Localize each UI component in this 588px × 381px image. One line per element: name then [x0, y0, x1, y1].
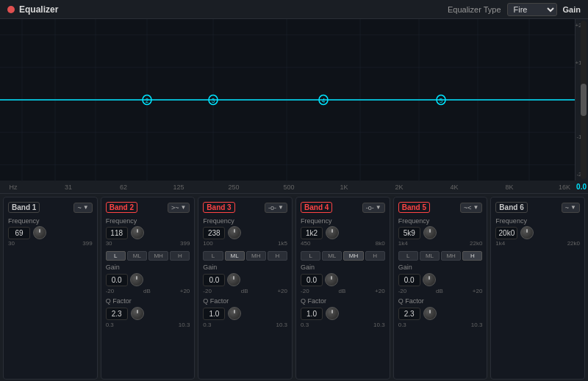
band-chevron-3: ▼: [278, 204, 284, 211]
freq-max-3: 1k5: [278, 240, 287, 247]
band-name-2[interactable]: Band 2: [106, 202, 137, 213]
eq-type-select[interactable]: Fire Classic Modern: [507, 3, 557, 16]
freq-31: 31: [61, 184, 76, 191]
freq-knob-5[interactable]: [423, 226, 437, 239]
qfactor-range-3: 0.3 10.3: [203, 322, 287, 328]
db-labels-5: -20 dB +20: [398, 288, 483, 294]
gain-section-4: Gain 0.0 -20 dB +20: [301, 264, 385, 294]
gain-value-5[interactable]: 0.0: [398, 274, 420, 286]
band-name-4[interactable]: Band 4: [301, 202, 332, 213]
qfactor-knob-4[interactable]: [326, 307, 339, 320]
qfactor-value-2[interactable]: 2.3: [106, 308, 128, 320]
mode-buttons-2: LMLMHH: [106, 251, 190, 261]
gain-label: Gain: [563, 5, 581, 14]
qfactor-knob-5[interactable]: [423, 307, 437, 320]
gain-value-3[interactable]: 0.0: [203, 274, 225, 286]
freq-62: 62: [116, 184, 131, 191]
mode-btn-H-2[interactable]: H: [170, 251, 190, 261]
band-name-6[interactable]: Band 6: [495, 202, 527, 213]
mode-btn-ML-2[interactable]: ML: [127, 251, 147, 261]
gain-knob-5[interactable]: [423, 273, 436, 286]
freq-8k: 8K: [502, 184, 517, 191]
freq-value-2[interactable]: 118: [106, 227, 128, 239]
mode-btn-H-3[interactable]: H: [268, 251, 287, 261]
band-type-btn-1[interactable]: ~ ▼: [74, 203, 92, 213]
db-min-2: -20: [106, 288, 115, 294]
mode-btn-MH-3[interactable]: MH: [246, 251, 266, 261]
mode-btn-L-2[interactable]: L: [106, 251, 126, 261]
freq-value-1[interactable]: 69: [8, 227, 30, 239]
eq-display: 2 3 4 5 +20 +10 0 -10 -20: [0, 19, 588, 181]
power-indicator[interactable]: [7, 6, 15, 13]
band-type-btn-3[interactable]: -o- ▼: [265, 203, 287, 213]
header-right: Equalizer Type Fire Classic Modern Gain: [448, 3, 581, 16]
gain-value-2[interactable]: 0.0: [106, 274, 128, 286]
freq-label-3: Frequency: [203, 217, 287, 225]
eq-type-label: Equalizer Type: [448, 5, 501, 14]
band-panel-4: Band 4 -o- ▼ Frequency 1k2 450 8k0 LMLMH…: [295, 197, 390, 380]
mode-btn-MH-4[interactable]: MH: [343, 251, 363, 261]
mode-btn-MH-5[interactable]: MH: [441, 251, 461, 261]
band-type-btn-4[interactable]: -o- ▼: [362, 203, 385, 213]
freq-value-6[interactable]: 20k0: [495, 227, 517, 239]
mode-btn-MH-2[interactable]: MH: [148, 251, 168, 261]
freq-hz: Hz: [6, 184, 21, 191]
band-name-3[interactable]: Band 3: [203, 202, 234, 213]
mode-btn-ML-5[interactable]: ML: [420, 251, 440, 261]
qfactor-max-2: 10.3: [179, 322, 190, 328]
mode-btn-H-5[interactable]: H: [462, 251, 482, 261]
db-unit-2: dB: [143, 288, 151, 294]
freq-min-6: 1k4: [495, 240, 505, 247]
gain-label-4: Gain: [301, 264, 385, 271]
band-type-btn-5[interactable]: ~< ▼: [460, 203, 482, 213]
gain-knob-row-2: 0.0: [106, 273, 190, 286]
band-type-btn-6[interactable]: ~ ▼: [562, 203, 580, 213]
band-chevron-4: ▼: [376, 204, 381, 211]
freq-knob-3[interactable]: [228, 226, 241, 239]
freq-max-5: 22k0: [470, 240, 482, 247]
freq-500: 500: [282, 184, 296, 191]
freq-value-5[interactable]: 5k9: [398, 227, 420, 239]
mode-btn-L-3[interactable]: L: [203, 251, 223, 261]
freq-knob-4[interactable]: [326, 226, 339, 239]
mode-btn-L-5[interactable]: L: [398, 251, 418, 261]
qfactor-min-3: 0.3: [203, 322, 211, 328]
band-type-btn-2[interactable]: >~ ▼: [168, 203, 190, 213]
gain-knob-2[interactable]: [130, 273, 143, 286]
mode-btn-L-4[interactable]: L: [301, 251, 320, 261]
mode-btn-ML-4[interactable]: ML: [322, 251, 342, 261]
freq-value-4[interactable]: 1k2: [301, 227, 323, 239]
freq-value-3[interactable]: 238: [203, 227, 225, 239]
qfactor-label-4: Q Factor: [301, 297, 385, 305]
freq-1k: 1K: [337, 184, 351, 191]
qfactor-value-5[interactable]: 2.3: [398, 308, 420, 320]
freq-label-1: Frequency: [8, 217, 93, 225]
qfactor-range-4: 0.3 10.3: [301, 322, 385, 328]
gain-value-4[interactable]: 0.0: [301, 274, 323, 286]
gain-knob-3[interactable]: [227, 273, 240, 286]
db-min-5: -20: [398, 288, 407, 294]
qfactor-knob-row-5: 2.3: [398, 307, 483, 320]
freq-knob-2[interactable]: [131, 226, 144, 239]
mode-btn-H-4[interactable]: H: [365, 251, 385, 261]
band-name-5[interactable]: Band 5: [398, 202, 430, 213]
db-labels-3: -20 dB +20: [203, 288, 287, 294]
band-type-icon-1: ~: [77, 204, 81, 211]
qfactor-knob-2[interactable]: [131, 307, 144, 320]
freq-knob-6[interactable]: [520, 226, 534, 239]
mode-btn-ML-3[interactable]: ML: [225, 251, 245, 261]
freq-125: 125: [171, 184, 186, 191]
freq-max-4: 8k0: [376, 240, 385, 247]
gain-section-3: Gain 0.0 -20 dB +20: [203, 264, 287, 294]
db-labels-2: -20 dB +20: [106, 288, 190, 294]
gain-scale: +20 +10 0 -10 -20: [575, 19, 588, 181]
qfactor-value-4[interactable]: 1.0: [301, 308, 323, 320]
eq-grid: 2 3 4 5: [0, 19, 575, 181]
qfactor-section-3: Q Factor 1.0 0.3 10.3: [203, 297, 287, 328]
gain-knob-4[interactable]: [325, 273, 338, 286]
band-header-4: Band 4 -o- ▼: [301, 202, 385, 213]
freq-knob-1[interactable]: [33, 226, 46, 239]
qfactor-value-3[interactable]: 1.0: [203, 308, 225, 320]
band-name-1[interactable]: Band 1: [8, 202, 40, 213]
qfactor-knob-3[interactable]: [228, 307, 241, 320]
